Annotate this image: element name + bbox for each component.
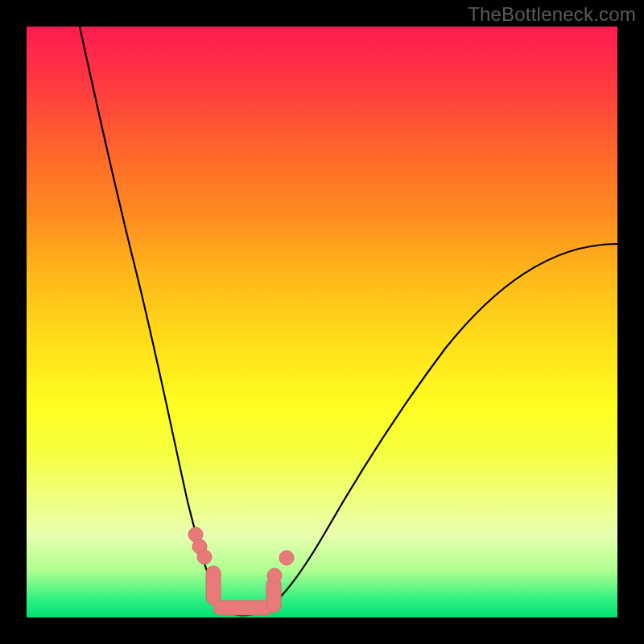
watermark-text: TheBottleneck.com <box>468 3 636 26</box>
marker-bar <box>213 601 273 615</box>
curve-path <box>80 27 617 615</box>
marker-dot <box>267 568 282 583</box>
marker-dot <box>197 550 212 564</box>
marker-cluster <box>188 527 294 615</box>
plot-area <box>27 27 617 617</box>
bottleneck-curve <box>27 27 617 617</box>
chart-frame: TheBottleneck.com <box>0 0 644 644</box>
marker-dot <box>279 551 294 565</box>
marker-bar <box>206 566 221 605</box>
